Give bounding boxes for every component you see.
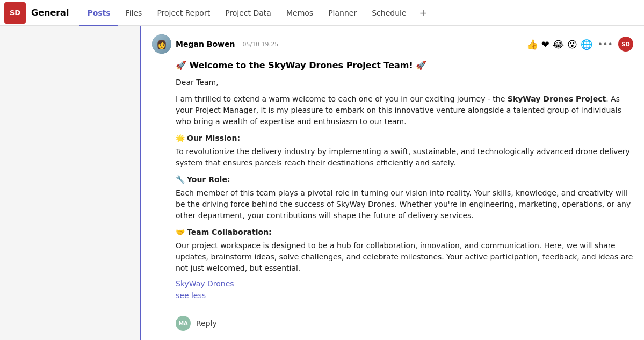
- post-area: 👩 Megan Bowen 05/10 19:25 👍 ❤️ 😂 😮 🌐 •••…: [140, 26, 644, 340]
- see-less-button[interactable]: see less: [176, 291, 206, 300]
- post-timestamp: 05/10 19:25: [242, 41, 278, 48]
- more-reactions-button[interactable]: •••: [596, 39, 615, 49]
- reply-avatar: MA: [176, 316, 191, 331]
- role-icon: 🔧: [176, 175, 185, 184]
- tab-project-data[interactable]: Project Data: [218, 1, 279, 26]
- top-bar: SD General Posts Files Project Report Pr…: [0, 0, 644, 26]
- reply-section: MA Reply: [176, 309, 633, 337]
- tab-project-report[interactable]: Project Report: [149, 1, 218, 26]
- collab-icon: 🤝: [176, 228, 185, 236]
- reaction-globe[interactable]: 🌐: [581, 39, 592, 50]
- post-body: Dear Team, I am thrilled to extend a war…: [176, 77, 633, 274]
- post-header: 👩 Megan Bowen 05/10 19:25 👍 ❤️ 😂 😮 🌐 •••…: [152, 34, 633, 54]
- author-name: Megan Bowen: [176, 40, 235, 48]
- post-content: 🚀 Welcome to the SkyWay Drones Project T…: [152, 60, 633, 337]
- greeting: Dear Team,: [176, 77, 633, 88]
- collab-text: Our project workspace is designed to be …: [176, 240, 633, 274]
- tab-schedule[interactable]: Schedule: [364, 1, 414, 26]
- app-icon: SD: [4, 2, 26, 24]
- reaction-heart[interactable]: ❤️: [541, 39, 549, 50]
- reaction-wow[interactable]: 😮: [567, 39, 577, 50]
- post-author-info: 👩 Megan Bowen 05/10 19:25: [152, 34, 278, 54]
- tab-files[interactable]: Files: [118, 1, 150, 26]
- post-title: 🚀 Welcome to the SkyWay Drones Project T…: [176, 60, 633, 70]
- reaction-laugh[interactable]: 😂: [553, 39, 564, 50]
- intro-paragraph: I am thrilled to extend a warm welcome t…: [176, 93, 633, 127]
- skyway-drones-link[interactable]: SkyWay Drones: [176, 279, 633, 288]
- tab-planner[interactable]: Planner: [321, 1, 364, 26]
- channel-name: General: [31, 8, 69, 18]
- main-content: 👩 Megan Bowen 05/10 19:25 👍 ❤️ 😂 😮 🌐 •••…: [0, 26, 644, 340]
- reaction-thumbsup[interactable]: 👍: [526, 39, 538, 50]
- post-reactions: 👍 ❤️ 😂 😮 🌐 ••• SD: [526, 37, 633, 52]
- mission-icon: 🌟: [176, 134, 185, 142]
- nav-tabs: Posts Files Project Report Project Data …: [79, 0, 432, 25]
- tab-posts[interactable]: Posts: [79, 1, 118, 26]
- mission-text: To revolutionize the delivery industry b…: [176, 146, 633, 169]
- mission-heading: 🌟Our Mission:: [176, 133, 633, 144]
- post-author-reaction-avatar: SD: [618, 37, 633, 52]
- add-tab-button[interactable]: +: [414, 0, 433, 25]
- author-avatar: 👩: [152, 34, 171, 54]
- role-heading: 🔧Your Role:: [176, 174, 633, 185]
- reply-label[interactable]: Reply: [196, 319, 217, 328]
- collab-heading: 🤝Team Collaboration:: [176, 227, 633, 238]
- role-text: Each member of this team plays a pivotal…: [176, 187, 633, 221]
- tab-memos[interactable]: Memos: [279, 1, 321, 26]
- left-sidebar: [0, 26, 140, 340]
